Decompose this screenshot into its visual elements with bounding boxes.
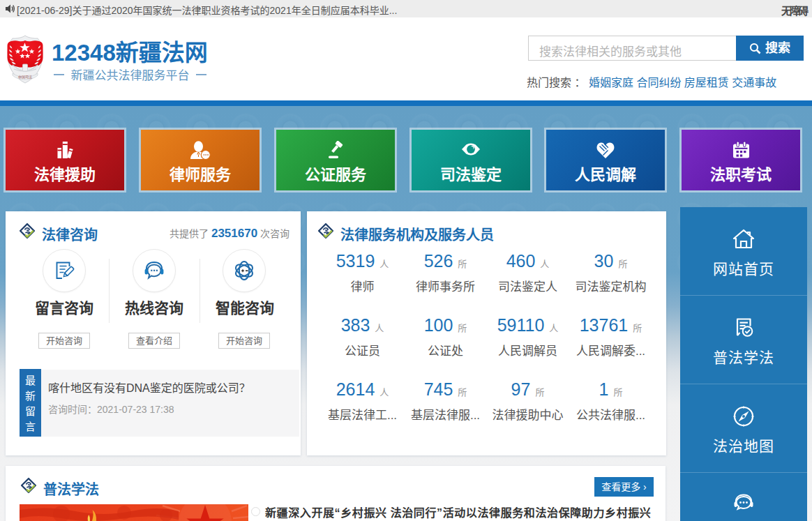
svg-text:中国司法: 中国司法 bbox=[18, 75, 32, 80]
